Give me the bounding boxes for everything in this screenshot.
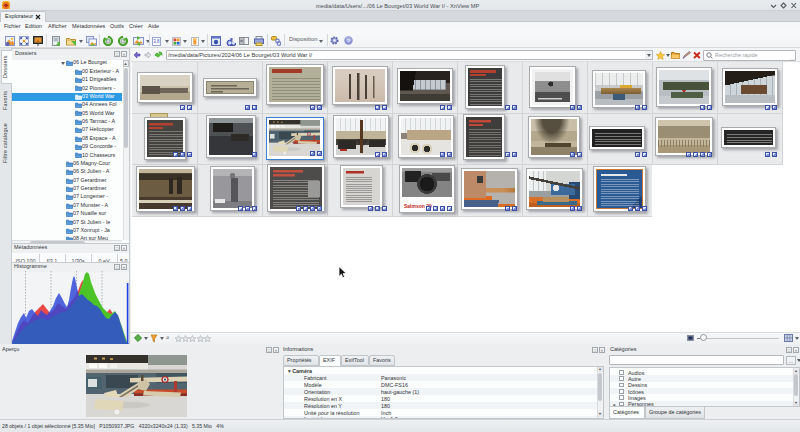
svg-text:3.8: 3.8 [153,39,160,44]
